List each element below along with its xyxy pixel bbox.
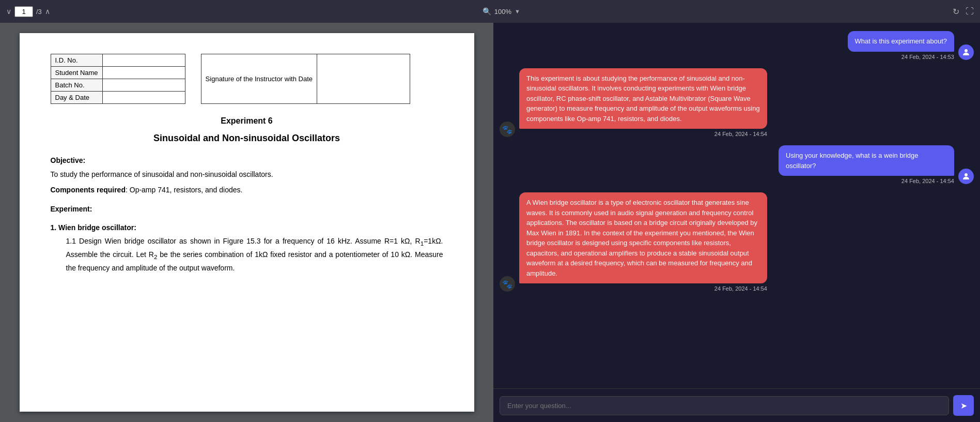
- user-bubble-2: Using your knowledge, what is a wein bri…: [779, 145, 954, 184]
- pdf-page: I.D. No. Student Name Batch No. Day & Da…: [20, 33, 474, 412]
- day-label: Day & Date: [51, 92, 102, 104]
- search-icon: 🔍: [483, 7, 491, 16]
- toolbar-left: ∨ /3 ∧: [6, 6, 50, 17]
- id-value: [102, 54, 185, 67]
- chevron-up-icon[interactable]: ∧: [45, 7, 50, 16]
- id-label: I.D. No.: [51, 54, 102, 67]
- user-time-1: 24 Feb, 2024 - 14:53: [848, 54, 954, 60]
- doc-content: Experiment 6 Sinusoidal and Non-sinusoid…: [51, 114, 443, 274]
- zoom-value: 100%: [494, 8, 511, 16]
- user-avatar-2: [958, 169, 974, 184]
- section1-label: 1. Wien bridge oscillator:: [51, 222, 443, 233]
- item-1-1: 1.1 Design Wien bridge oscillator as sho…: [66, 235, 443, 274]
- send-button[interactable]: ➤: [953, 395, 974, 416]
- toolbar-center: 🔍 100% ▼: [54, 7, 948, 16]
- message-ai-1: 🐾 This experiment is about studying the …: [500, 68, 974, 138]
- chat-input[interactable]: [500, 396, 949, 415]
- form-header: I.D. No. Student Name Batch No. Day & Da…: [51, 54, 443, 104]
- student-value: [102, 67, 185, 79]
- ai-text-2: A Wien bridge oscillator is a type of el…: [519, 192, 767, 283]
- fullscreen-button[interactable]: ⛶: [966, 7, 974, 16]
- user-text-2: Using your knowledge, what is a wein bri…: [779, 145, 954, 176]
- zoom-chevron-icon[interactable]: ▼: [515, 8, 520, 14]
- experiment-label: Experiment:: [51, 203, 443, 215]
- objective-label: Objective:: [51, 155, 443, 166]
- toolbar-right: ↻ ⛶: [953, 7, 974, 17]
- batch-label: Batch No.: [51, 79, 102, 92]
- objective-text: To study the performance of sinusoidal a…: [51, 169, 443, 180]
- refresh-button[interactable]: ↻: [953, 7, 959, 17]
- ai-time-2: 24 Feb, 2024 - 14:54: [519, 285, 767, 292]
- chat-pane: What is this experiment about? 24 Feb, 2…: [493, 23, 980, 422]
- components-value: : Op-amp 741, resistors, and diodes.: [126, 186, 242, 194]
- batch-value: [102, 79, 185, 92]
- pdf-pane: I.D. No. Student Name Batch No. Day & Da…: [0, 23, 493, 422]
- components-text: Components required: Op-amp 741, resisto…: [51, 184, 443, 195]
- user-time-2: 24 Feb, 2024 - 14:54: [779, 178, 954, 184]
- toolbar: ∨ /3 ∧ 🔍 100% ▼ ↻ ⛶: [0, 0, 980, 23]
- info-table: I.D. No. Student Name Batch No. Day & Da…: [51, 54, 185, 104]
- chevron-down-icon[interactable]: ∨: [6, 7, 11, 16]
- day-value: [102, 92, 185, 104]
- chat-input-area: ➤: [493, 388, 980, 422]
- svg-point-0: [965, 49, 968, 52]
- user-text-1: What is this experiment about?: [848, 31, 954, 52]
- message-user-2: Using your knowledge, what is a wein bri…: [500, 145, 974, 184]
- page-total: /3: [36, 8, 42, 16]
- signature-label: Signature of the Instructor with Date: [201, 54, 317, 104]
- experiment-number: Experiment 6: [51, 114, 443, 128]
- ai-text-1: This experiment is about studying the pe…: [519, 68, 767, 129]
- signature-table: Signature of the Instructor with Date: [201, 54, 410, 104]
- zoom-controls: 🔍 100% ▼: [483, 7, 520, 16]
- ai-bubble-wrap-2: A Wien bridge oscillator is a type of el…: [519, 192, 767, 292]
- ai-avatar-1: 🐾: [500, 122, 515, 137]
- user-bubble-1: What is this experiment about? 24 Feb, 2…: [848, 31, 954, 60]
- page-number-input[interactable]: [14, 6, 33, 17]
- user-avatar-1: [958, 44, 974, 60]
- message-user-1: What is this experiment about? 24 Feb, 2…: [500, 31, 974, 60]
- chat-messages: What is this experiment about? 24 Feb, 2…: [493, 23, 980, 388]
- ai-time-1: 24 Feb, 2024 - 14:54: [519, 131, 767, 137]
- signature-value: [317, 54, 410, 104]
- message-ai-2: 🐾 A Wien bridge oscillator is a type of …: [500, 192, 974, 292]
- ai-bubble-wrap-1: This experiment is about studying the pe…: [519, 68, 767, 138]
- svg-point-1: [965, 173, 968, 176]
- student-label: Student Name: [51, 67, 102, 79]
- experiment-title: Sinusoidal and Non-sinusoidal Oscillator…: [51, 131, 443, 146]
- send-icon: ➤: [960, 401, 967, 411]
- components-label: Components required: [51, 186, 126, 194]
- ai-avatar-2: 🐾: [500, 276, 515, 292]
- main-area: I.D. No. Student Name Batch No. Day & Da…: [0, 23, 980, 422]
